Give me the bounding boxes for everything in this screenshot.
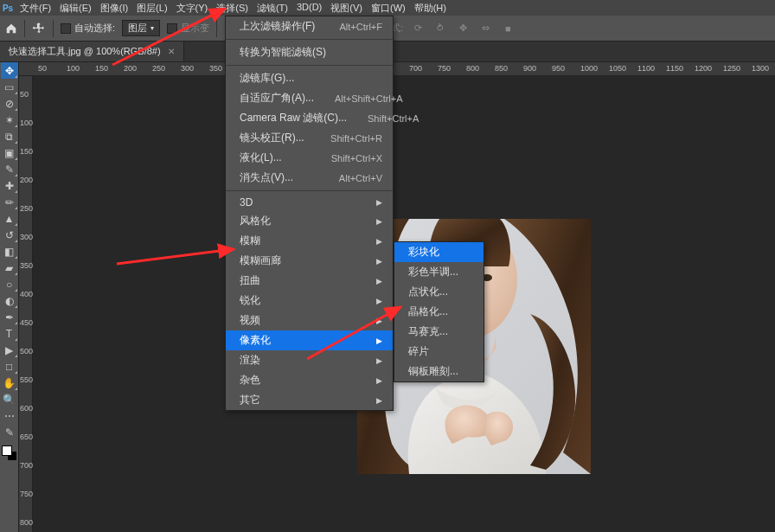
menu-item[interactable]: 模糊▶: [226, 231, 393, 251]
roll-icon[interactable]: ⥁: [432, 21, 448, 36]
menu-item[interactable]: 渲染▶: [226, 350, 393, 370]
color-swatches[interactable]: [2, 445, 17, 461]
menu-item[interactable]: Camera Raw 滤镜(C)...Shift+Ctrl+A: [226, 108, 393, 128]
submenu-arrow-icon: ▶: [376, 217, 382, 226]
menu-item[interactable]: 碎片: [394, 342, 484, 362]
submenu-arrow-icon: ▶: [376, 297, 382, 305]
ruler-vertical: 5010015020025030035040045050055060065070…: [19, 76, 33, 532]
menu-item[interactable]: 晶格化...: [394, 302, 484, 322]
submenu-arrow-icon: ▶: [376, 337, 382, 345]
history-brush-tool[interactable]: ↺: [1, 227, 18, 243]
lasso-tool[interactable]: ⊘: [1, 95, 18, 112]
hand-tool[interactable]: ✋: [1, 375, 18, 391]
menu-6[interactable]: 滤镜(T): [253, 0, 292, 16]
menu-2[interactable]: 图像(I): [96, 0, 132, 16]
menu-item[interactable]: 自适应广角(A)...Alt+Shift+Ctrl+A: [226, 88, 393, 108]
menu-7[interactable]: 3D(D): [292, 0, 326, 16]
menu-item[interactable]: 视频▶: [226, 311, 393, 330]
pan-icon[interactable]: ✥: [455, 21, 471, 36]
tab-title: 快速选择工具.jpg @ 100%(RGB/8#): [9, 45, 161, 58]
menu-item[interactable]: 消失点(V)...Alt+Ctrl+V: [226, 168, 393, 188]
submenu-arrow-icon: ▶: [376, 257, 382, 266]
submenu-arrow-icon: ▶: [376, 317, 382, 325]
menu-item[interactable]: 像素化▶: [226, 330, 393, 350]
eyedropper-tool[interactable]: ✎: [1, 161, 18, 177]
menu-item[interactable]: 杂色▶: [226, 370, 393, 390]
submenu-arrow-icon: ▶: [376, 198, 382, 207]
shape-tool[interactable]: □: [1, 358, 18, 375]
menu-item[interactable]: 转换为智能滤镜(S): [226, 42, 393, 62]
menu-1[interactable]: 编辑(E): [55, 0, 96, 16]
submenu-arrow-icon: ▶: [376, 237, 382, 246]
menu-item[interactable]: 其它▶: [226, 390, 393, 410]
menu-9[interactable]: 窗口(W): [367, 0, 410, 16]
menu-0[interactable]: 文件(F): [16, 0, 55, 16]
menu-4[interactable]: 文字(Y): [172, 0, 213, 16]
menu-10[interactable]: 帮助(H): [410, 0, 451, 16]
menu-item[interactable]: 点状化...: [394, 282, 484, 302]
more-tools[interactable]: ⋯: [1, 407, 18, 424]
submenu-arrow-icon: ▶: [376, 356, 382, 365]
ruler-horizontal: 5010015020025030035040045050055060065070…: [19, 62, 775, 76]
menu-5[interactable]: 选择(S): [212, 0, 253, 16]
menu-item[interactable]: 滤镜库(G)...: [226, 68, 393, 88]
blur-tool[interactable]: ○: [1, 276, 18, 292]
quick-select-tool[interactable]: ✶: [1, 112, 18, 128]
submenu-arrow-icon: ▶: [376, 396, 382, 405]
pen-tool[interactable]: ✒: [1, 309, 18, 325]
type-tool[interactable]: T: [1, 325, 18, 342]
menu-item[interactable]: 3D▶: [226, 194, 393, 211]
frame-tool[interactable]: ▣: [1, 144, 18, 161]
scale3d-icon[interactable]: ■: [500, 21, 516, 36]
stamp-tool[interactable]: ▲: [1, 210, 18, 227]
edit-toolbar[interactable]: ✎: [1, 424, 18, 440]
slide-icon[interactable]: ⇔: [477, 21, 493, 36]
home-icon[interactable]: [5, 22, 17, 35]
gradient-tool[interactable]: ▰: [1, 260, 18, 276]
menu-item[interactable]: 模糊画廊▶: [226, 251, 393, 271]
submenu-arrow-icon: ▶: [376, 277, 382, 285]
healing-tool[interactable]: ✚: [1, 177, 18, 194]
ps-icon: Ps: [0, 0, 16, 16]
layer-dropdown[interactable]: 图层▾: [122, 20, 160, 36]
move-tool[interactable]: ✥: [1, 62, 18, 79]
close-icon[interactable]: ✕: [168, 47, 175, 56]
menu-item[interactable]: 扭曲▶: [226, 271, 393, 291]
path-select-tool[interactable]: ▶: [1, 342, 18, 358]
menubar: Ps 文件(F)编辑(E)图像(I)图层(L)文字(Y)选择(S)滤镜(T)3D…: [0, 0, 775, 16]
crop-tool[interactable]: ⧉: [1, 128, 18, 144]
menu-item[interactable]: 锐化▶: [226, 291, 393, 311]
menu-3[interactable]: 图层(L): [132, 0, 171, 16]
eraser-tool[interactable]: ◧: [1, 243, 18, 260]
pixelate-submenu: 彩块化彩色半调...点状化...晶格化...马赛克...碎片铜板雕刻...: [394, 241, 484, 382]
filter-menu: 上次滤镜操作(F)Alt+Ctrl+F转换为智能滤镜(S)滤镜库(G)...自适…: [225, 16, 394, 411]
toolbox: ✥▭⊘✶⧉▣✎✚✏▲↺◧▰○◐✒T▶□✋🔍⋯✎: [0, 62, 19, 532]
menu-item[interactable]: 上次滤镜操作(F)Alt+Ctrl+F: [226, 16, 393, 36]
brush-tool[interactable]: ✏: [1, 194, 18, 210]
submenu-arrow-icon: ▶: [376, 376, 382, 385]
document-tab[interactable]: 快速选择工具.jpg @ 100%(RGB/8#) ✕: [0, 42, 184, 61]
zoom-tool[interactable]: 🔍: [1, 391, 18, 407]
dodge-tool[interactable]: ◐: [1, 292, 18, 309]
menu-item[interactable]: 风格化▶: [226, 211, 393, 231]
menu-item[interactable]: 彩色半调...: [394, 262, 484, 282]
menu-item[interactable]: 马赛克...: [394, 322, 484, 342]
auto-select-checkbox[interactable]: 自动选择:: [61, 22, 115, 35]
menu-8[interactable]: 视图(V): [326, 0, 367, 16]
menu-item[interactable]: 液化(L)...Shift+Ctrl+X: [226, 148, 393, 168]
auto-select-label: 自动选择:: [74, 22, 115, 35]
marquee-tool[interactable]: ▭: [1, 79, 18, 95]
show-transform-checkbox[interactable]: 显示变: [167, 22, 209, 35]
move-icon: [32, 22, 46, 35]
orbit-icon[interactable]: ⟳: [410, 21, 426, 36]
menu-item[interactable]: 铜板雕刻...: [394, 362, 484, 381]
menu-item[interactable]: 镜头校正(R)...Shift+Ctrl+R: [226, 128, 393, 148]
menu-item[interactable]: 彩块化: [394, 242, 484, 262]
